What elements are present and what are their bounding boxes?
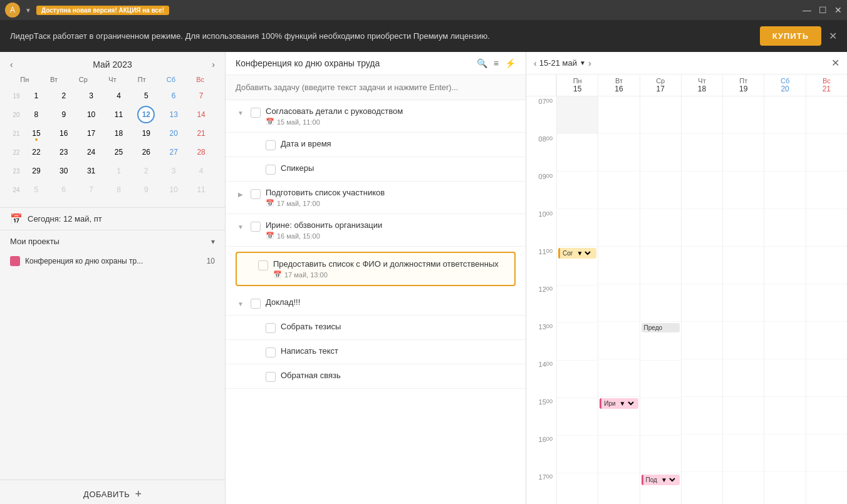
cal-day-23[interactable]: 23: [55, 143, 73, 161]
cal-day-24[interactable]: 24: [83, 143, 100, 161]
task-checkbox-t1[interactable]: [251, 108, 261, 118]
cal-day-6[interactable]: 6: [165, 87, 182, 105]
grid-cell-2-07: [640, 96, 681, 134]
cal-day-21[interactable]: 21: [192, 125, 210, 142]
task-add-input[interactable]: [226, 75, 526, 100]
event-pod[interactable]: Под ▼: [642, 475, 680, 485]
event-pod-dropdown[interactable]: ▼: [658, 476, 677, 484]
day-header-sr: Ср 17: [640, 75, 681, 96]
right-panel-next-button[interactable]: ›: [588, 58, 591, 68]
right-period-selector[interactable]: 15-21 май ▼: [539, 58, 586, 68]
cal-day-1[interactable]: 1: [28, 87, 45, 105]
cal-day-28[interactable]: 28: [192, 143, 210, 161]
cal-day-20[interactable]: 20: [165, 125, 182, 142]
avatar-dropdown-arrow[interactable]: ▼: [25, 7, 31, 14]
event-iri[interactable]: Ири ▼: [600, 398, 638, 409]
task-checkbox-t5s3[interactable]: [266, 372, 276, 382]
cal-day-3[interactable]: 3: [83, 87, 100, 105]
right-panel-prev-button[interactable]: ‹: [534, 58, 537, 68]
cal-day-25[interactable]: 25: [110, 143, 127, 161]
grid-cell-4-08: [723, 134, 764, 172]
grid-cell-3-15: [682, 397, 722, 435]
task-checkbox-t4[interactable]: [258, 260, 268, 270]
cal-day-11[interactable]: 11: [110, 106, 127, 123]
cal-day-7[interactable]: 7: [192, 87, 210, 105]
cal-day-4[interactable]: 4: [110, 87, 127, 105]
calendar-week-22: 22 22 23 24 25 26 27 28: [10, 143, 215, 161]
cal-day-j1[interactable]: 1: [110, 162, 127, 180]
cal-day-j2[interactable]: 2: [137, 162, 155, 180]
task-checkbox-t3[interactable]: [251, 222, 261, 232]
sort-icon[interactable]: ≡: [494, 58, 499, 68]
event-sog-dropdown[interactable]: ▼: [574, 249, 593, 257]
cal-day-22[interactable]: 22: [28, 143, 45, 161]
task-expand-t2[interactable]: ▶: [236, 189, 246, 199]
cal-day-31[interactable]: 31: [83, 162, 100, 180]
filter-icon[interactable]: ⚡: [505, 58, 516, 68]
cal-day-19[interactable]: 19: [137, 125, 155, 142]
event-iri-dropdown[interactable]: ▼: [617, 399, 636, 408]
time-label-10: 1000: [526, 209, 556, 247]
event-sog[interactable]: Сог ▼: [558, 248, 596, 259]
cal-day-15[interactable]: 15: [28, 125, 45, 142]
task-checkbox-t1s2[interactable]: [266, 165, 276, 175]
calendar-prev-button[interactable]: ‹: [10, 59, 13, 69]
task-checkbox-t5s1[interactable]: [266, 323, 276, 333]
today-label: Сегодня: 12 май, пт: [28, 214, 102, 224]
grid-cell-3-07: [682, 96, 722, 134]
right-panel-close-icon[interactable]: ✕: [831, 57, 839, 69]
add-button-bar[interactable]: ДОБАВИТЬ +: [0, 480, 225, 504]
cal-day-8[interactable]: 8: [28, 106, 45, 123]
event-predo-label: Предо: [644, 324, 663, 331]
buy-premium-button[interactable]: КУПИТЬ: [760, 26, 821, 46]
middle-header: Конференция ко дню охраны труда 🔍 ≡ ⚡: [226, 52, 526, 75]
task-checkbox-t2[interactable]: [251, 189, 261, 199]
cal-day-j4[interactable]: 4: [192, 162, 210, 180]
task-expand-t3[interactable]: ▼: [236, 222, 246, 232]
task-checkbox-t5s2[interactable]: [266, 347, 276, 357]
cal-day-2[interactable]: 2: [55, 87, 73, 105]
cal-day-j3[interactable]: 3: [165, 162, 182, 180]
cal-day-10[interactable]: 10: [83, 106, 100, 123]
grid-cell-5-16: [764, 435, 805, 472]
cal-day-j8[interactable]: 8: [110, 181, 127, 198]
cal-day-26[interactable]: 26: [137, 143, 155, 161]
cal-day-j5[interactable]: 5: [28, 181, 45, 198]
event-predo[interactable]: Предо: [642, 323, 680, 332]
cal-day-27[interactable]: 27: [165, 143, 182, 161]
task-date-t2: 17 май, 17:00: [277, 200, 320, 207]
task-expand-t1[interactable]: ▼: [236, 108, 246, 118]
search-icon[interactable]: 🔍: [477, 58, 487, 68]
minimize-button[interactable]: —: [803, 5, 811, 15]
cal-day-16[interactable]: 16: [55, 125, 73, 142]
my-projects-header[interactable]: Мои проекты ▾: [0, 230, 225, 252]
task-expand-t5[interactable]: ▼: [236, 299, 246, 309]
cal-day-29[interactable]: 29: [28, 162, 45, 180]
banner-close-icon[interactable]: ✕: [829, 30, 837, 42]
cal-day-12[interactable]: 12: [137, 106, 155, 123]
task-checkbox-t1s1[interactable]: [266, 140, 276, 150]
cal-day-j10[interactable]: 10: [165, 181, 182, 198]
cal-day-5[interactable]: 5: [137, 87, 155, 105]
maximize-button[interactable]: ☐: [819, 5, 827, 15]
cal-day-j6[interactable]: 6: [55, 181, 73, 198]
cal-day-j9[interactable]: 9: [137, 181, 155, 198]
grid-cell-5-15: [764, 397, 805, 435]
cal-day-18[interactable]: 18: [110, 125, 127, 142]
cal-day-13[interactable]: 13: [165, 106, 182, 123]
avatar[interactable]: А: [5, 3, 20, 18]
cal-day-j7[interactable]: 7: [83, 181, 100, 198]
close-button[interactable]: ✕: [834, 5, 842, 15]
mini-calendar: ‹ Май 2023 › Пн Вт Ср Чт Пт Сб Вс 19 1 2…: [0, 52, 225, 207]
cal-day-30[interactable]: 30: [55, 162, 73, 180]
cal-day-17[interactable]: 17: [83, 125, 100, 142]
cal-day-9[interactable]: 9: [55, 106, 73, 123]
calendar-next-button[interactable]: ›: [212, 59, 215, 69]
project-color-icon: [10, 256, 20, 266]
grid-cell-3-08: [682, 134, 722, 172]
project-item-conference[interactable]: Конференция ко дню охраны тр... 10: [10, 252, 215, 270]
right-panel-header: ‹ 15-21 май ▼ › ✕: [526, 52, 847, 75]
task-checkbox-t5[interactable]: [251, 299, 261, 309]
cal-day-14[interactable]: 14: [192, 106, 210, 123]
cal-day-j11[interactable]: 11: [192, 181, 210, 198]
